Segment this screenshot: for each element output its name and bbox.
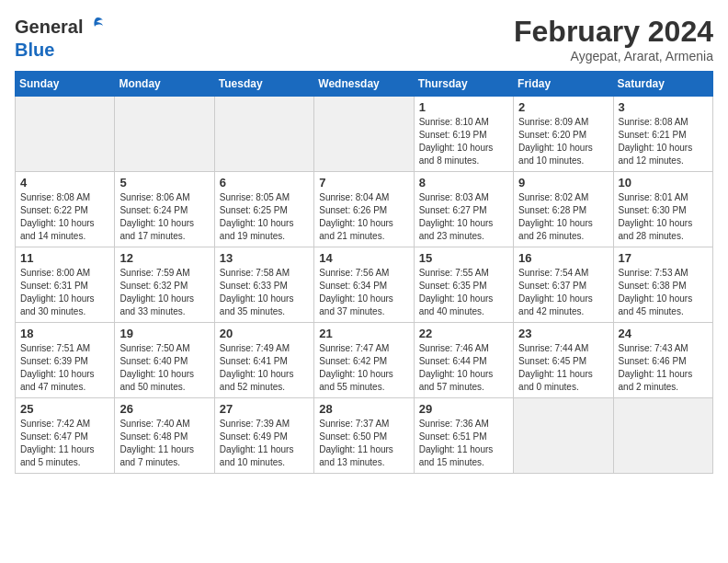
- day-cell: 7Sunrise: 8:04 AMSunset: 6:26 PMDaylight…: [314, 172, 414, 247]
- header: General Blue February 2024 Aygepat, Arar…: [15, 15, 713, 63]
- day-number: 13: [220, 251, 309, 265]
- logo: General Blue: [15, 15, 105, 61]
- day-cell: [214, 97, 313, 172]
- week-row-5: 25Sunrise: 7:42 AMSunset: 6:47 PMDayligh…: [16, 398, 713, 474]
- day-cell: 16Sunrise: 7:54 AMSunset: 6:37 PMDayligh…: [514, 247, 613, 323]
- day-cell: 25Sunrise: 7:42 AMSunset: 6:47 PMDayligh…: [16, 398, 115, 474]
- day-info: Sunrise: 7:43 AMSunset: 6:46 PMDaylight:…: [619, 342, 708, 394]
- day-number: 4: [20, 176, 109, 190]
- day-info: Sunrise: 8:04 AMSunset: 6:26 PMDaylight:…: [319, 191, 408, 243]
- day-number: 11: [20, 251, 109, 265]
- day-info: Sunrise: 7:36 AMSunset: 6:51 PMDaylight:…: [419, 418, 508, 469]
- day-info: Sunrise: 7:40 AMSunset: 6:48 PMDaylight:…: [119, 418, 209, 469]
- day-number: 27: [220, 402, 309, 416]
- day-number: 10: [619, 176, 708, 190]
- day-cell: 19Sunrise: 7:50 AMSunset: 6:40 PMDayligh…: [115, 323, 214, 398]
- header-friday: Friday: [514, 72, 613, 97]
- day-info: Sunrise: 7:42 AMSunset: 6:47 PMDaylight:…: [20, 418, 109, 469]
- day-number: 2: [518, 100, 608, 114]
- day-number: 24: [619, 327, 708, 340]
- day-cell: 13Sunrise: 7:58 AMSunset: 6:33 PMDayligh…: [214, 247, 313, 323]
- day-cell: 4Sunrise: 8:08 AMSunset: 6:22 PMDaylight…: [16, 172, 115, 247]
- day-cell: 1Sunrise: 8:10 AMSunset: 6:19 PMDaylight…: [414, 97, 513, 172]
- day-cell: 21Sunrise: 7:47 AMSunset: 6:42 PMDayligh…: [314, 323, 414, 398]
- week-row-3: 11Sunrise: 8:00 AMSunset: 6:31 PMDayligh…: [16, 247, 713, 323]
- day-number: 17: [619, 251, 708, 265]
- day-cell: 29Sunrise: 7:36 AMSunset: 6:51 PMDayligh…: [414, 398, 513, 474]
- day-cell: 18Sunrise: 7:51 AMSunset: 6:39 PMDayligh…: [16, 323, 115, 398]
- day-cell: 20Sunrise: 7:49 AMSunset: 6:41 PMDayligh…: [214, 323, 313, 398]
- day-info: Sunrise: 7:46 AMSunset: 6:44 PMDaylight:…: [419, 342, 508, 394]
- header-thursday: Thursday: [414, 72, 513, 97]
- day-info: Sunrise: 7:39 AMSunset: 6:49 PMDaylight:…: [220, 418, 309, 469]
- header-saturday: Saturday: [613, 72, 712, 97]
- calendar-subtitle: Aygepat, Ararat, Armenia: [514, 49, 713, 63]
- day-number: 8: [419, 176, 508, 190]
- day-cell: 27Sunrise: 7:39 AMSunset: 6:49 PMDayligh…: [214, 398, 313, 474]
- day-cell: [314, 97, 414, 172]
- title-area: February 2024 Aygepat, Ararat, Armenia: [514, 15, 713, 63]
- day-info: Sunrise: 7:55 AMSunset: 6:35 PMDaylight:…: [419, 267, 508, 318]
- day-cell: 15Sunrise: 7:55 AMSunset: 6:35 PMDayligh…: [414, 247, 513, 323]
- day-info: Sunrise: 7:53 AMSunset: 6:38 PMDaylight:…: [619, 267, 708, 318]
- day-number: 20: [220, 327, 309, 340]
- day-number: 22: [419, 327, 508, 340]
- day-info: Sunrise: 8:01 AMSunset: 6:30 PMDaylight:…: [619, 191, 708, 243]
- day-cell: [16, 97, 115, 172]
- day-cell: 14Sunrise: 7:56 AMSunset: 6:34 PMDayligh…: [314, 247, 414, 323]
- day-cell: 10Sunrise: 8:01 AMSunset: 6:30 PMDayligh…: [613, 172, 712, 247]
- day-info: Sunrise: 7:49 AMSunset: 6:41 PMDaylight:…: [220, 342, 309, 394]
- day-cell: 11Sunrise: 8:00 AMSunset: 6:31 PMDayligh…: [16, 247, 115, 323]
- day-number: 26: [119, 402, 209, 416]
- week-row-4: 18Sunrise: 7:51 AMSunset: 6:39 PMDayligh…: [16, 323, 713, 398]
- day-info: Sunrise: 7:44 AMSunset: 6:45 PMDaylight:…: [518, 342, 608, 394]
- day-number: 28: [319, 402, 408, 416]
- day-cell: 12Sunrise: 7:59 AMSunset: 6:32 PMDayligh…: [115, 247, 214, 323]
- header-sunday: Sunday: [16, 72, 115, 97]
- day-info: Sunrise: 8:03 AMSunset: 6:27 PMDaylight:…: [419, 191, 508, 243]
- logo-general: General: [15, 17, 83, 38]
- day-info: Sunrise: 8:10 AMSunset: 6:19 PMDaylight:…: [419, 116, 508, 167]
- day-info: Sunrise: 8:08 AMSunset: 6:22 PMDaylight:…: [20, 191, 109, 243]
- day-number: 1: [419, 100, 508, 114]
- day-info: Sunrise: 8:02 AMSunset: 6:28 PMDaylight:…: [518, 191, 608, 243]
- day-number: 16: [518, 251, 608, 265]
- day-cell: 5Sunrise: 8:06 AMSunset: 6:24 PMDaylight…: [115, 172, 214, 247]
- day-cell: 22Sunrise: 7:46 AMSunset: 6:44 PMDayligh…: [414, 323, 513, 398]
- logo-blue: Blue: [15, 40, 54, 60]
- day-cell: 17Sunrise: 7:53 AMSunset: 6:38 PMDayligh…: [613, 247, 712, 323]
- day-info: Sunrise: 8:06 AMSunset: 6:24 PMDaylight:…: [119, 191, 209, 243]
- day-number: 5: [119, 176, 209, 190]
- day-info: Sunrise: 8:05 AMSunset: 6:25 PMDaylight:…: [220, 191, 309, 243]
- day-number: 19: [119, 327, 209, 340]
- day-info: Sunrise: 7:59 AMSunset: 6:32 PMDaylight:…: [119, 267, 209, 318]
- header-tuesday: Tuesday: [214, 72, 313, 97]
- day-number: 23: [518, 327, 608, 340]
- day-number: 12: [119, 251, 209, 265]
- header-monday: Monday: [115, 72, 214, 97]
- week-row-2: 4Sunrise: 8:08 AMSunset: 6:22 PMDaylight…: [16, 172, 713, 247]
- day-cell: 24Sunrise: 7:43 AMSunset: 6:46 PMDayligh…: [613, 323, 712, 398]
- day-number: 15: [419, 251, 508, 265]
- day-cell: [613, 398, 712, 474]
- day-info: Sunrise: 7:37 AMSunset: 6:50 PMDaylight:…: [319, 418, 408, 469]
- day-info: Sunrise: 7:47 AMSunset: 6:42 PMDaylight:…: [319, 342, 408, 394]
- day-number: 14: [319, 251, 408, 265]
- day-number: 21: [319, 327, 408, 340]
- day-cell: [115, 97, 214, 172]
- day-number: 3: [619, 100, 708, 114]
- day-cell: 23Sunrise: 7:44 AMSunset: 6:45 PMDayligh…: [514, 323, 613, 398]
- day-number: 25: [20, 402, 109, 416]
- day-info: Sunrise: 7:58 AMSunset: 6:33 PMDaylight:…: [220, 267, 309, 318]
- header-row: SundayMondayTuesdayWednesdayThursdayFrid…: [16, 72, 713, 97]
- day-info: Sunrise: 8:08 AMSunset: 6:21 PMDaylight:…: [619, 116, 708, 167]
- day-cell: 2Sunrise: 8:09 AMSunset: 6:20 PMDaylight…: [514, 97, 613, 172]
- day-cell: 3Sunrise: 8:08 AMSunset: 6:21 PMDaylight…: [613, 97, 712, 172]
- calendar-title: February 2024: [514, 15, 713, 49]
- day-cell: 28Sunrise: 7:37 AMSunset: 6:50 PMDayligh…: [314, 398, 414, 474]
- day-number: 18: [20, 327, 109, 340]
- day-cell: [514, 398, 613, 474]
- day-cell: 9Sunrise: 8:02 AMSunset: 6:28 PMDaylight…: [514, 172, 613, 247]
- day-info: Sunrise: 7:56 AMSunset: 6:34 PMDaylight:…: [319, 267, 408, 318]
- day-number: 9: [518, 176, 608, 190]
